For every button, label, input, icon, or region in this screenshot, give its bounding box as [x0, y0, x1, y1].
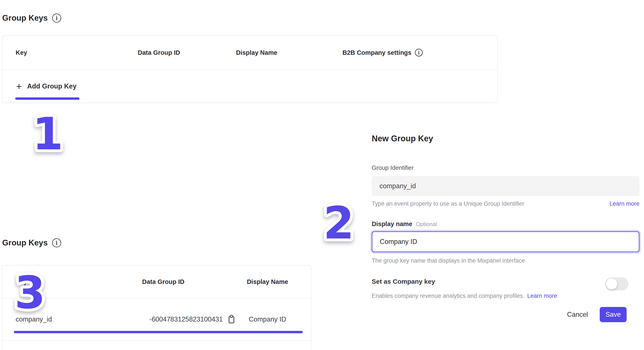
- column-header-display-name: Display Name: [202, 49, 311, 56]
- info-icon[interactable]: i: [52, 14, 61, 23]
- page-title: Group Keys: [2, 14, 48, 23]
- toggle-knob: [606, 278, 617, 290]
- annotation-step-1: 1: [24, 107, 72, 159]
- group-identifier-helper-text: Type an event property to use as a Uniqu…: [372, 201, 524, 207]
- group-keys-heading-top: Group Keys i: [2, 14, 61, 23]
- learn-more-link[interactable]: Learn more: [610, 201, 640, 207]
- data-group-id-cell: -6004783125823100431: [102, 314, 235, 324]
- display-name-input[interactable]: [372, 231, 640, 252]
- display-name-label: Display name: [372, 220, 412, 228]
- column-header-data-group-id: Data Group ID: [102, 278, 224, 285]
- display-name-helper-row: The group key name that displays in the …: [372, 257, 640, 264]
- panel-title: New Group Key: [372, 134, 433, 143]
- plus-icon: +: [16, 81, 22, 91]
- group-identifier-label: Group Identifier: [372, 164, 414, 171]
- group-identifier-helper-row: Type an event property to use as a Uniqu…: [372, 201, 640, 207]
- info-icon[interactable]: i: [415, 49, 423, 57]
- data-group-id-value: -6004783125823100431: [150, 315, 223, 323]
- cancel-button[interactable]: Cancel: [566, 310, 590, 319]
- display-name-cell: Company ID: [224, 315, 311, 323]
- column-header-key: Key: [16, 49, 116, 56]
- display-name-helper-text: The group key name that displays in the …: [372, 257, 525, 264]
- display-name-label-row: Display name Optional: [372, 220, 437, 228]
- add-group-key-label: Add Group Key: [27, 82, 76, 90]
- company-key-toggle[interactable]: [605, 277, 628, 290]
- group-identifier-input[interactable]: [372, 176, 640, 196]
- annotation-step-2: 2: [315, 196, 362, 248]
- learn-more-link[interactable]: Learn more: [527, 293, 557, 299]
- table-header-row: Key Data Group ID Display Name B2B Compa…: [2, 36, 497, 70]
- group-keys-settings-page: Group Keys i Key Data Group ID Display N…: [0, 0, 644, 350]
- info-icon[interactable]: i: [52, 238, 61, 247]
- table-divider: [2, 340, 311, 341]
- annotation-underline-row: [14, 331, 303, 333]
- svg-text:3: 3: [14, 267, 46, 318]
- company-key-helper-text: Enables company revenue analytics and co…: [372, 293, 524, 299]
- annotation-underline-add-button: [15, 97, 80, 100]
- column-header-b2b-settings: B2B Company settings i: [311, 49, 454, 57]
- annotation-step-3: 3: [6, 266, 54, 318]
- new-group-key-panel: New Group Key Group Identifier Type an e…: [372, 130, 640, 350]
- save-button[interactable]: Save: [600, 307, 627, 322]
- column-header-display-name: Display Name: [224, 278, 311, 285]
- svg-text:2: 2: [323, 197, 354, 248]
- set-company-key-label: Set as Company key: [372, 278, 435, 285]
- group-keys-table-empty: Key Data Group ID Display Name B2B Compa…: [2, 35, 498, 103]
- company-key-helper-row: Enables company revenue analytics and co…: [372, 293, 640, 299]
- optional-badge: Optional: [416, 221, 437, 228]
- panel-actions: Cancel Save: [566, 307, 627, 322]
- page-title: Group Keys: [2, 238, 48, 247]
- group-keys-heading-bottom: Group Keys i: [2, 238, 61, 247]
- column-header-data-group-id: Data Group ID: [116, 49, 202, 56]
- svg-text:1: 1: [32, 108, 64, 159]
